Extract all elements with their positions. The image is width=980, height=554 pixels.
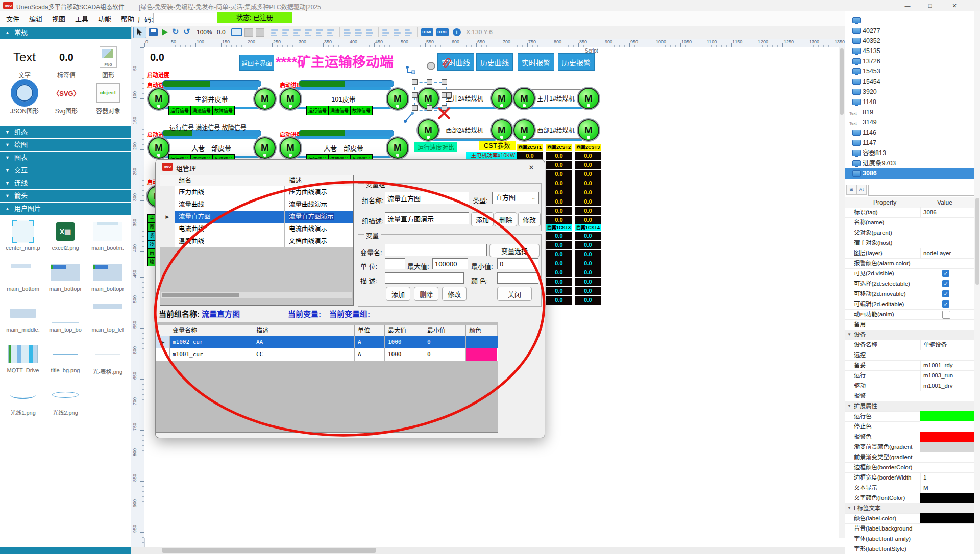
selection-handle[interactable] bbox=[446, 92, 452, 98]
sidebar-panel-用户图片[interactable]: ▲用户图片 bbox=[0, 203, 131, 215]
sidebar-item-文字[interactable]: Text文字 bbox=[4, 46, 45, 79]
motor-icon[interactable]: M bbox=[491, 119, 512, 141]
var-name-input[interactable] bbox=[385, 244, 487, 256]
property-row-设备[interactable]: ▼设备 bbox=[845, 330, 974, 340]
group-table-row[interactable]: 电流曲线电流曲线演示 bbox=[160, 223, 353, 235]
sidebar-item-Svg图形[interactable]: 〈SVG〉Svg图形 bbox=[46, 82, 87, 115]
var-modify-button[interactable]: 修改 bbox=[442, 287, 467, 301]
sidebar-panel-图表[interactable]: ▼图表 bbox=[0, 152, 131, 164]
user-image-main_top_lef[interactable]: main_top_lef bbox=[88, 301, 128, 333]
user-image-main_bottopr[interactable]: main_bottopr bbox=[88, 260, 128, 292]
tree-item-13726[interactable]: 13726 bbox=[845, 56, 974, 66]
property-row-报警色[interactable]: 报警色 bbox=[845, 432, 974, 442]
dialog-close-icon[interactable]: ✕ bbox=[524, 162, 538, 173]
selection-handle[interactable] bbox=[412, 79, 418, 85]
user-image-main_bootm.[interactable]: main_bootm. bbox=[88, 219, 128, 251]
undo-icon[interactable]: ↺ bbox=[183, 27, 192, 37]
user-image-main_middle.[interactable]: main_middle. bbox=[3, 301, 43, 333]
checkbox-icon[interactable]: ✓ bbox=[942, 280, 949, 287]
belt-大巷一部皮带[interactable]: 大巷一部皮带 bbox=[297, 139, 390, 156]
sidebar-panel-绘图[interactable]: ▼绘图 bbox=[0, 139, 131, 152]
distribute-icon-2[interactable] bbox=[366, 28, 374, 37]
motor-icon[interactable]: M bbox=[387, 137, 408, 159]
var-table-row[interactable]: ▶m1002_curAAA10000 bbox=[156, 336, 498, 348]
menu-item-1[interactable]: 编辑 bbox=[29, 14, 42, 23]
var-add-button[interactable]: 添加 bbox=[386, 287, 410, 301]
html-export-icon[interactable]: HTML bbox=[421, 28, 433, 36]
align-icon-0[interactable] bbox=[271, 28, 279, 37]
group-type-select[interactable]: 直方图⌄ bbox=[492, 192, 539, 204]
property-row-边框宽度(borderWidth[interactable]: 边框宽度(borderWidth1 bbox=[845, 472, 974, 483]
close-button[interactable]: ✕ bbox=[943, 0, 966, 11]
group-modify-button[interactable]: 修改 bbox=[518, 212, 541, 226]
tree-item-45135[interactable]: 45135 bbox=[845, 46, 974, 56]
property-row-驱动[interactable]: 驱动m1001_drv bbox=[845, 381, 974, 391]
property-row-可编辑(2d.editable)[interactable]: 可编辑(2d.editable)✓ bbox=[845, 299, 974, 310]
menu-item-2[interactable]: 视图 bbox=[52, 14, 65, 23]
property-row-名称(name)[interactable]: 名称(name) bbox=[845, 217, 974, 228]
nav-button-实时报警[interactable]: 实时报警 bbox=[518, 53, 554, 71]
group-icon-1[interactable] bbox=[256, 28, 264, 37]
property-row-可选择(2d.selectable)[interactable]: 可选择(2d.selectable)✓ bbox=[845, 279, 974, 289]
tree-item-819[interactable]: Text819 bbox=[845, 107, 974, 117]
property-row-备用[interactable]: 备用 bbox=[845, 319, 974, 330]
factory-code-input[interactable] bbox=[153, 13, 219, 23]
sidebar-item-图形[interactable]: PNG图形 bbox=[88, 46, 129, 79]
property-row-停止色[interactable]: 停止色 bbox=[845, 421, 974, 432]
property-row-颜色(label.color)[interactable]: 颜色(label.color) bbox=[845, 513, 974, 524]
property-row-扩展属性[interactable]: ▼扩展属性 bbox=[845, 401, 974, 412]
property-row-文字颜色(fontColor)[interactable]: 文字颜色(fontColor) bbox=[845, 493, 974, 503]
tree-item-3920[interactable]: 3920 bbox=[845, 87, 974, 97]
motor-icon[interactable]: M bbox=[254, 88, 276, 110]
run-button[interactable] bbox=[162, 29, 168, 36]
sidebar-panel-连线[interactable]: ▼连线 bbox=[0, 177, 131, 190]
distribute-icon-0[interactable] bbox=[344, 28, 352, 37]
property-row-设备名称[interactable]: 设备名称单驱设备 bbox=[845, 340, 974, 350]
property-row-边框颜色(borderColor)[interactable]: 边框颜色(borderColor) bbox=[845, 462, 974, 473]
tree-item-1148[interactable]: 1148 bbox=[845, 97, 974, 107]
tree-item-1147[interactable]: 1147 bbox=[845, 138, 974, 148]
maximize-button[interactable]: □ bbox=[919, 0, 941, 11]
menu-item-0[interactable]: 文件 bbox=[6, 14, 19, 23]
tree-item-进度条9703[interactable]: 进度条9703 bbox=[845, 158, 974, 168]
feeder-西部1#给煤机[interactable]: 西部1#给煤机 bbox=[530, 121, 582, 139]
group-delete-button[interactable]: 删除 bbox=[495, 212, 517, 226]
belt-大巷二部皮带[interactable]: 大巷二部皮带 bbox=[165, 139, 257, 156]
user-image-光线2.png[interactable]: 光线2.png bbox=[45, 383, 85, 416]
var-max-input[interactable] bbox=[432, 258, 468, 269]
var-color-input[interactable] bbox=[497, 272, 538, 284]
menu-item-4[interactable]: 功能 bbox=[98, 14, 111, 23]
user-image-main_bottopr[interactable]: main_bottopr bbox=[45, 260, 85, 292]
motor-icon[interactable]: M bbox=[513, 119, 535, 141]
motor-icon[interactable]: M bbox=[491, 88, 512, 109]
tree-item-容器813[interactable]: 容器813 bbox=[845, 148, 974, 158]
selection-handle[interactable] bbox=[427, 79, 432, 85]
selection-handle[interactable] bbox=[412, 92, 418, 98]
canvas-vertical-scrollbar[interactable] bbox=[839, 47, 845, 538]
tree-item-15454[interactable]: 15454 bbox=[845, 77, 974, 87]
tree-item-40277[interactable]: 40277 bbox=[845, 26, 974, 36]
property-row-运行色[interactable]: 运行色 bbox=[845, 411, 974, 422]
var-select-button[interactable]: 变量选择 bbox=[489, 244, 540, 257]
checkbox-icon[interactable]: ✓ bbox=[942, 300, 949, 308]
var-unit-input[interactable] bbox=[385, 258, 405, 269]
align-icon-5[interactable] bbox=[327, 28, 335, 37]
right-panel-scrollbar[interactable] bbox=[974, 11, 980, 554]
sidebar-panel-常规[interactable]: ▲常规 bbox=[0, 27, 131, 39]
checkbox-icon[interactable] bbox=[942, 311, 950, 319]
motor-icon[interactable]: M bbox=[578, 119, 599, 141]
property-row-报警[interactable]: 报警 bbox=[845, 391, 974, 401]
size-icon-1[interactable] bbox=[394, 28, 402, 37]
sidebar-panel-交互[interactable]: ▼交互 bbox=[0, 164, 131, 177]
category-view-icon[interactable]: ⊞ bbox=[846, 185, 856, 195]
belt-101皮带[interactable]: 101皮带 bbox=[297, 90, 390, 107]
minimize-button[interactable]: — bbox=[896, 0, 919, 11]
sidebar-item-容器对象[interactable]: object容器对象 bbox=[88, 82, 129, 115]
nav-button-历史报警[interactable]: 历史报警 bbox=[558, 53, 595, 71]
property-row-报警颜色(alarm.color)[interactable]: 报警颜色(alarm.color) bbox=[845, 258, 974, 269]
nav-button-历史曲线[interactable]: 历史曲线 bbox=[476, 53, 513, 71]
tree-item-clipped[interactable] bbox=[845, 15, 974, 26]
sidebar-panel-箭头[interactable]: ▼箭头 bbox=[0, 190, 131, 203]
property-row-标识(tag)[interactable]: 标识(tag)3086 bbox=[845, 207, 974, 218]
motor-icon[interactable]: M bbox=[280, 137, 301, 159]
